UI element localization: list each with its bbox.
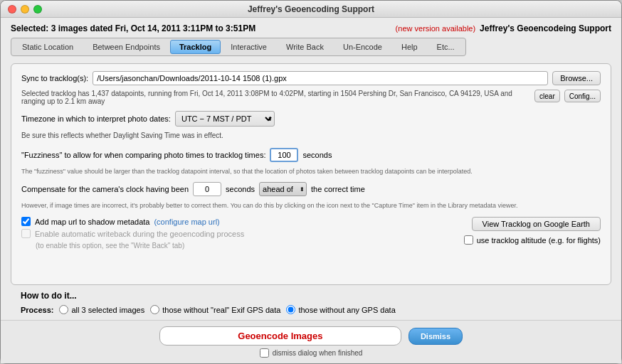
ahead-select-wrapper: ahead of behind <box>259 182 307 196</box>
process-option-all-label: all 3 selected images <box>71 306 144 314</box>
altitude-row: use tracklog altitude (e.g. for flights) <box>464 235 601 245</box>
titlebar: Jeffrey's Geoencoding Support <box>1 1 621 18</box>
content-area: Selected: 3 images dated Fri, Oct 14, 20… <box>1 18 621 320</box>
tab-interactive[interactable]: Interactive <box>221 40 276 54</box>
tab-static[interactable]: Static Location <box>13 40 83 54</box>
ahead-select[interactable]: ahead of behind <box>259 182 307 196</box>
fuzziness-row: "Fuzziness" to allow for when comparing … <box>21 148 601 162</box>
compensate-input[interactable] <box>193 182 221 196</box>
timezone-select-wrapper: UTC − 7 MST / PDT <box>175 111 275 127</box>
process-option-noreal: those without "real" Exif GPS data <box>150 305 280 314</box>
app-title: Jeffrey's Geoencodeing Support <box>480 23 611 33</box>
configure-map-url-link[interactable]: (configure map url) <box>154 218 219 226</box>
tracklog-info-row: Selected tracklog has 1,437 datapoints, … <box>21 90 601 105</box>
writeback-checkbox[interactable] <box>21 229 31 238</box>
maximize-button[interactable] <box>33 5 42 14</box>
tracklog-info-text: Selected tracklog has 1,437 datapoints, … <box>21 90 530 105</box>
dismiss-label: dismiss dialog when finished <box>273 349 363 357</box>
geoencode-button[interactable]: Geoencode Images <box>159 326 401 346</box>
map-url-row: Add map url to shadow metadata (configur… <box>21 217 457 226</box>
dismiss-checkbox[interactable] <box>260 348 269 358</box>
process-option-all: all 3 selected images <box>59 305 144 314</box>
compensate-note-row: However, if image times are incorrect, i… <box>21 200 601 210</box>
map-url-checkbox[interactable] <box>21 217 31 226</box>
fuzziness-note: The "fuzziness" value should be larger t… <box>21 168 473 175</box>
tab-writeback[interactable]: Write Back <box>277 40 333 54</box>
compensate-label-seconds: seconds <box>226 185 255 193</box>
sync-label: Sync to tracklog(s): <box>21 74 88 82</box>
version-link[interactable]: (new version available) <box>396 24 476 33</box>
sync-row: Sync to tracklog(s): Browse... <box>21 71 601 85</box>
google-earth-button[interactable]: View Tracklog on Google Earth <box>472 217 601 231</box>
fuzziness-label-before: "Fuzziness" to allow for when comparing … <box>21 151 265 159</box>
tab-etc[interactable]: Etc... <box>428 40 464 54</box>
altitude-label: use tracklog altitude (e.g. for flights) <box>477 236 601 245</box>
left-checks: Add map url to shadow metadata (configur… <box>21 217 457 250</box>
timezone-label: Timezone in which to interpret photo dat… <box>21 114 171 123</box>
window-controls <box>8 5 42 14</box>
process-radio-all[interactable] <box>59 305 68 314</box>
timezone-select[interactable]: UTC − 7 MST / PDT <box>175 111 275 127</box>
browse-button[interactable]: Browse... <box>552 71 601 85</box>
compensate-row: Compensate for the camera's clock having… <box>21 182 601 196</box>
right-buttons: View Tracklog on Google Earth use trackl… <box>464 217 601 250</box>
writeback-note: (to enable this option, see the "Write B… <box>36 242 184 250</box>
process-radio-noreal[interactable] <box>150 305 159 314</box>
fuzziness-input[interactable] <box>270 148 298 162</box>
bottom-bar: Geoencode Images Dismiss dismiss dialog … <box>1 320 621 363</box>
writeback-note-row: (to enable this option, see the "Write B… <box>21 241 457 250</box>
minimize-button[interactable] <box>21 5 29 14</box>
close-button[interactable] <box>8 5 16 14</box>
map-url-label: Add map url to shadow metadata <box>35 218 149 226</box>
tab-bar: Static Location Between Endpoints Trackl… <box>11 38 466 56</box>
dismiss-button[interactable]: Dismiss <box>408 328 463 345</box>
selected-text: Selected: 3 images dated Fri, Oct 14, 20… <box>11 23 255 33</box>
timezone-note-text: Be sure this reflects whether Daylight S… <box>21 132 223 139</box>
tab-unencode[interactable]: Un-Encode <box>334 40 391 54</box>
how-section: How to do it... Process: all 3 selected … <box>11 285 611 314</box>
process-option-noreal-label: those without "real" Exif GPS data <box>162 306 280 314</box>
dismiss-checkbox-row: dismiss dialog when finished <box>260 348 363 358</box>
process-label: Process: <box>21 306 53 314</box>
tab-between[interactable]: Between Endpoints <box>83 40 169 54</box>
writeback-label: Enable automatic writeback during the ge… <box>35 230 244 238</box>
window-title: Jeffrey's Geoencoding Support <box>248 4 374 14</box>
header-bar: Selected: 3 images dated Fri, Oct 14, 20… <box>11 23 611 33</box>
compensate-label-after: the correct time <box>311 185 365 193</box>
main-panel: Sync to tracklog(s): Browse... Selected … <box>11 63 611 285</box>
altitude-checkbox[interactable] <box>464 235 473 245</box>
tab-help[interactable]: Help <box>392 40 427 54</box>
process-radio-nogps[interactable] <box>286 305 295 314</box>
compensate-label-before: Compensate for the camera's clock having… <box>21 185 189 193</box>
process-option-nogps: those without any GPS data <box>286 305 395 314</box>
process-option-nogps-label: those without any GPS data <box>298 306 395 314</box>
timezone-note: Be sure this reflects whether Daylight S… <box>21 131 601 141</box>
middle-section: Add map url to shadow metadata (configur… <box>21 217 601 250</box>
compensate-note: However, if image times are incorrect, i… <box>21 202 517 209</box>
writeback-row: Enable automatic writeback during the ge… <box>21 229 457 238</box>
clear-button[interactable]: clear <box>534 90 560 102</box>
sync-path-input[interactable] <box>93 71 548 85</box>
how-title: How to do it... <box>21 291 601 301</box>
fuzziness-label-after: seconds <box>302 151 332 159</box>
bottom-buttons: Geoencode Images Dismiss <box>11 326 611 346</box>
timezone-row: Timezone in which to interpret photo dat… <box>21 111 601 127</box>
config-button[interactable]: Config... <box>564 90 601 102</box>
tab-tracklog[interactable]: Tracklog <box>170 40 221 54</box>
main-window: Jeffrey's Geoencoding Support Selected: … <box>0 0 622 364</box>
process-row: Process: all 3 selected images those wit… <box>21 305 601 314</box>
fuzziness-note-row: The "fuzziness" value should be larger t… <box>21 166 601 176</box>
